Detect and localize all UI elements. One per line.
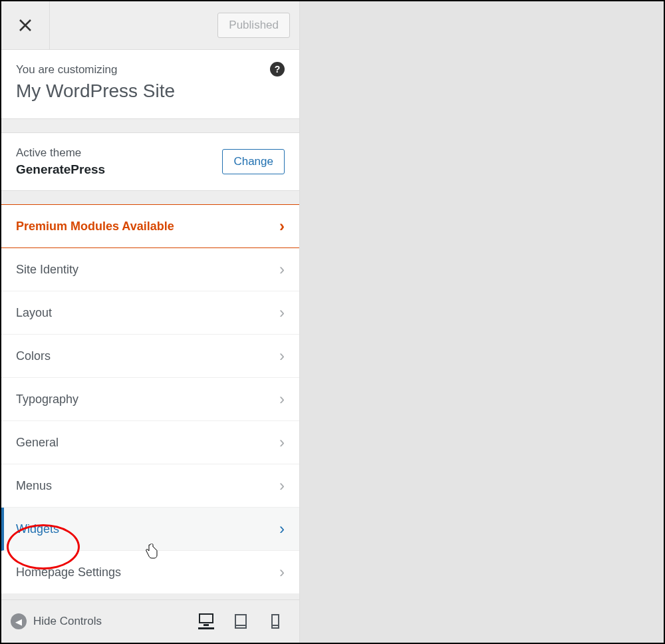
section-label: Widgets: [16, 522, 59, 536]
section-label: Typography: [16, 393, 78, 406]
mobile-icon: [271, 614, 279, 629]
section-site-identity[interactable]: Site Identity ›: [1, 248, 299, 291]
hide-controls-button[interactable]: ◀ Hide Controls: [11, 613, 198, 629]
device-desktop-button[interactable]: [198, 613, 214, 629]
section-menus[interactable]: Menus ›: [1, 464, 299, 508]
close-icon: [19, 19, 31, 31]
section-label: Layout: [16, 306, 52, 320]
site-title: My WordPress Site: [16, 80, 285, 102]
section-label: Colors: [16, 349, 51, 363]
section-typography[interactable]: Typography ›: [1, 378, 299, 421]
close-button[interactable]: [1, 1, 50, 50]
section-general[interactable]: General ›: [1, 421, 299, 464]
section-layout[interactable]: Layout ›: [1, 291, 299, 335]
chevron-right-icon: ›: [279, 303, 285, 322]
customizing-subtitle: You are customizing: [16, 63, 285, 77]
device-tablet-button[interactable]: [233, 613, 249, 629]
device-switcher: [198, 613, 290, 629]
tablet-icon: [235, 614, 247, 629]
chevron-right-icon: ›: [279, 217, 285, 236]
section-homepage-settings[interactable]: Homepage Settings ›: [1, 551, 299, 594]
chevron-right-icon: ›: [279, 347, 285, 365]
chevron-right-icon: ›: [279, 520, 285, 538]
chevron-right-icon: ›: [279, 476, 285, 495]
section-label: Homepage Settings: [16, 565, 121, 579]
section-colors[interactable]: Colors ›: [1, 335, 299, 378]
sections-scroll[interactable]: You are customizing My WordPress Site ? …: [1, 50, 299, 599]
chevron-right-icon: ›: [279, 260, 285, 279]
svg-rect-1: [203, 624, 209, 626]
section-widgets[interactable]: Widgets ›: [1, 508, 299, 551]
customizer-sidebar: Published You are customizing My WordPre…: [1, 1, 300, 643]
device-mobile-button[interactable]: [267, 613, 283, 629]
help-icon: ?: [275, 64, 281, 75]
section-label: Premium Modules Available: [16, 220, 174, 234]
publish-button[interactable]: Published: [217, 13, 290, 38]
chevron-right-icon: ›: [279, 390, 285, 408]
section-label: Menus: [16, 479, 52, 493]
preview-pane: [300, 1, 664, 643]
section-label: Site Identity: [16, 263, 78, 277]
help-button[interactable]: ?: [270, 62, 285, 77]
section-label: General: [16, 436, 59, 450]
customizing-header: You are customizing My WordPress Site ?: [1, 50, 299, 119]
chevron-right-icon: ›: [279, 563, 285, 581]
hide-controls-label: Hide Controls: [33, 615, 102, 628]
arrow-left-icon: ◀: [11, 613, 27, 629]
top-bar: Published: [1, 1, 299, 50]
desktop-icon: [199, 613, 213, 627]
chevron-right-icon: ›: [279, 433, 285, 452]
footer-bar: ◀ Hide Controls: [1, 599, 299, 643]
active-theme-box: Active theme GeneratePress Change: [1, 132, 299, 191]
active-theme-name: GeneratePress: [16, 162, 105, 177]
section-list: Premium Modules Available › Site Identit…: [1, 204, 299, 594]
section-premium-modules[interactable]: Premium Modules Available ›: [1, 204, 299, 248]
active-theme-label: Active theme: [16, 146, 105, 160]
change-theme-button[interactable]: Change: [222, 149, 285, 174]
svg-rect-0: [200, 614, 213, 623]
